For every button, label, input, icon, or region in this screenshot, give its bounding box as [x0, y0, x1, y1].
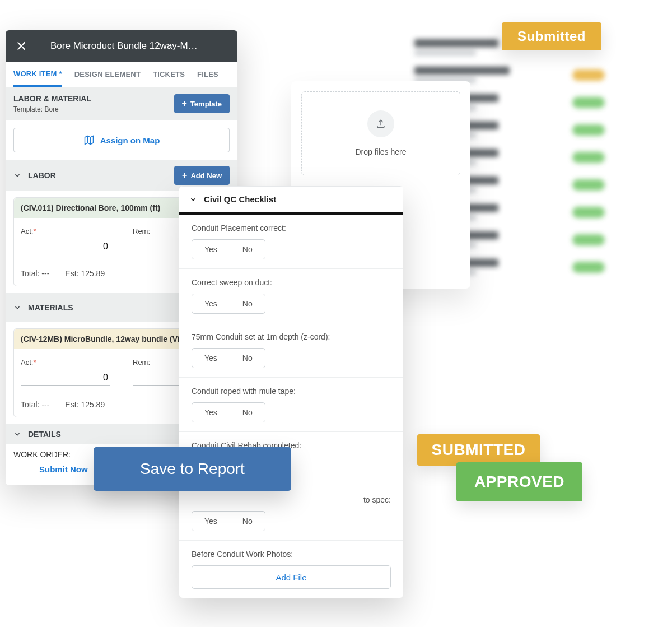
- materials-act-input[interactable]: 0: [21, 370, 110, 386]
- qc-item: 75mm Conduit set at 1m depth (z-cord): Y…: [179, 323, 403, 378]
- panel-header: Bore Microduct Bundle 12way-M…: [6, 30, 237, 62]
- assign-on-map-button[interactable]: Assign on Map: [13, 128, 230, 152]
- tab-work-item[interactable]: WORK ITEM *: [13, 62, 62, 87]
- badge-approved-large: APPROVED: [456, 462, 582, 501]
- qc-photos-label: Before Conduit Work Photos:: [192, 550, 391, 559]
- tab-design-element[interactable]: DESIGN ELEMENT: [74, 62, 141, 87]
- materials-total: Total: ---: [21, 400, 49, 409]
- qc-item: Conduit roped with mule tape: YesNo: [179, 378, 403, 432]
- chevron-down-icon: [13, 304, 21, 312]
- save-to-report-button[interactable]: Save to Report: [94, 447, 291, 491]
- template-button[interactable]: + Template: [174, 94, 230, 113]
- rem-label: Rem:: [133, 227, 150, 235]
- qc-question: Conduit Placement correct:: [192, 224, 391, 233]
- qc-question: 75mm Conduit set at 1m depth (z-cord):: [192, 332, 391, 341]
- yes-no-toggle[interactable]: YesNo: [192, 511, 265, 531]
- labor-est: Est: 125.89: [65, 269, 105, 278]
- labor-material-bar: LABOR & MATERIAL Template: Bore + Templa…: [6, 87, 237, 120]
- plus-icon: +: [182, 170, 187, 180]
- plus-icon: +: [182, 99, 187, 109]
- qc-item: Conduit Placement correct: YesNo: [179, 215, 403, 269]
- upload-icon: [367, 110, 394, 137]
- qc-question: Conduit roped with mule tape:: [192, 387, 391, 396]
- qc-question: to spec:: [192, 495, 391, 504]
- labor-total: Total: ---: [21, 269, 49, 278]
- chevron-down-icon: [13, 171, 21, 179]
- chevron-down-icon: [13, 430, 21, 438]
- labor-act-input[interactable]: 0: [21, 239, 110, 254]
- badge-submitted: Submitted: [502, 22, 601, 50]
- labor-material-heading: LABOR & MATERIAL: [13, 94, 91, 103]
- chevron-down-icon: [189, 196, 197, 203]
- tab-files[interactable]: FILES: [197, 62, 218, 87]
- close-icon[interactable]: [15, 39, 28, 53]
- qc-item: to spec: YesNo: [179, 486, 403, 541]
- file-drop-zone[interactable]: Drop files here: [301, 91, 460, 175]
- drop-zone-label: Drop files here: [355, 147, 406, 156]
- yes-no-toggle[interactable]: YesNo: [192, 348, 265, 368]
- tabs: WORK ITEM * DESIGN ELEMENT TICKETS FILES: [6, 62, 237, 87]
- yes-no-toggle[interactable]: YesNo: [192, 239, 265, 259]
- yes-no-toggle[interactable]: YesNo: [192, 294, 265, 314]
- badge-submitted-large: SUBMITTED: [417, 434, 540, 466]
- add-labor-button[interactable]: + Add New: [174, 166, 230, 185]
- act-label: Act:*: [21, 227, 36, 235]
- qc-item-photos: Before Conduit Work Photos: Add File: [179, 541, 403, 598]
- qc-item: Correct sweep on duct: YesNo: [179, 269, 403, 323]
- checklist-header[interactable]: Civil QC Checklist: [179, 186, 403, 215]
- qc-question: Correct sweep on duct:: [192, 278, 391, 287]
- yes-no-toggle[interactable]: YesNo: [192, 402, 265, 422]
- qc-checklist-panel: Civil QC Checklist Conduit Placement cor…: [179, 186, 403, 598]
- act-label: Act:*: [21, 358, 36, 366]
- map-icon: [83, 134, 95, 146]
- tab-tickets[interactable]: TICKETS: [153, 62, 185, 87]
- template-label: Template: Bore: [13, 105, 91, 113]
- add-file-button[interactable]: Add File: [192, 565, 391, 589]
- rem-label: Rem:: [133, 358, 150, 366]
- materials-est: Est: 125.89: [65, 400, 105, 409]
- panel-title: Bore Microduct Bundle 12way-M…: [50, 40, 198, 52]
